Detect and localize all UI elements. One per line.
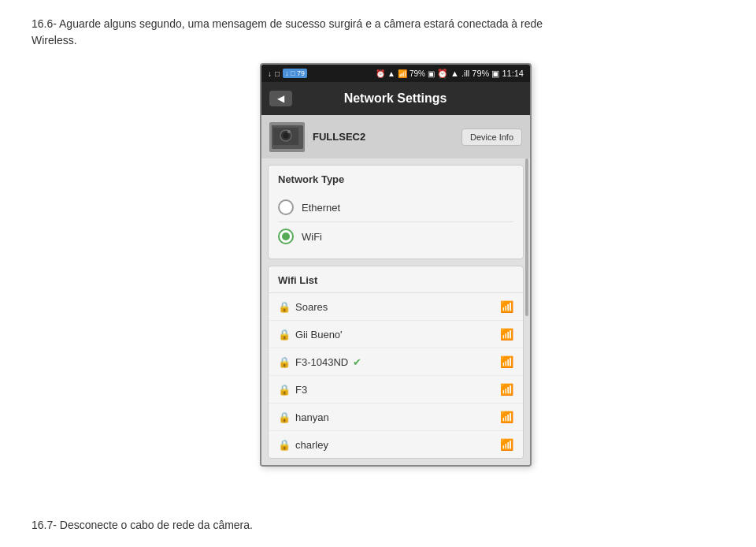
alarm-icon: ⏰: [376, 69, 385, 78]
status-bar-right: ⏰ ▲ 📶 79% ▣ ⏰ ▲ .ill 79% ▣ 11:14: [376, 69, 524, 79]
title-bar: ◀ Network Settings: [261, 82, 530, 115]
lock-icon-f3: 🔒: [278, 384, 289, 396]
wifi-name-f3-1043nd: F3-1043ND ✔: [295, 356, 494, 368]
wifi-name-soares: Soares: [295, 301, 494, 313]
signal-icon: ▲: [387, 69, 395, 78]
page-wrapper: 16.6- Aguarde alguns segundo, uma mensag…: [0, 0, 756, 547]
wifi-item-soares[interactable]: 🔒 Soares 📶: [269, 293, 523, 321]
lock-icon-soares: 🔒: [278, 301, 289, 313]
wifi-list-card: Wifi List 🔒 Soares 📶 🔒 Gii Bueno' 📶 🔒 F3…: [268, 266, 524, 459]
scrollbar[interactable]: [525, 158, 528, 316]
battery-text: 79%: [410, 69, 425, 78]
device-info-button[interactable]: Device Info: [461, 128, 522, 146]
lock-icon-charley: 🔒: [278, 439, 289, 451]
wifi-signal-soares: 📶: [500, 300, 513, 313]
wifi-label: WiFi: [302, 231, 322, 243]
wifi-icon: 📶: [398, 69, 407, 78]
wifi-signal-charley: 📶: [500, 438, 513, 451]
wifi-radio[interactable]: [278, 229, 294, 244]
wifi-name-charley: charley: [295, 439, 494, 451]
lock-icon-f3-1043nd: 🔒: [278, 356, 289, 368]
wifi-name-hanyan: hanyan: [295, 411, 494, 423]
back-button[interactable]: ◀: [269, 91, 292, 106]
wifi-signal-f3-1043nd: 📶: [500, 355, 513, 368]
network-type-title: Network Type: [278, 173, 513, 185]
wifi-item-charley[interactable]: 🔒 charley 📶: [269, 431, 523, 458]
battery-icon: ▣: [428, 69, 435, 78]
wifi-item-hanyan[interactable]: 🔒 hanyan 📶: [269, 404, 523, 431]
wifi-item-f3[interactable]: 🔒 F3 📶: [269, 376, 523, 404]
ethernet-radio[interactable]: [278, 199, 294, 215]
notification-count: ↓ □ 79: [283, 69, 307, 78]
camera-image: [272, 125, 300, 147]
wifi-name-f3: F3: [295, 384, 494, 396]
network-type-card: Network Type Ethernet WiFi: [268, 165, 524, 259]
usb-icon: ↓: [268, 69, 272, 78]
wifi-list-title: Wifi List: [269, 266, 523, 293]
top-text: 16.6- Aguarde alguns segundo, uma mensag…: [32, 17, 543, 47]
f3-1043nd-text: F3-1043ND: [295, 356, 348, 368]
svg-point-4: [287, 130, 291, 133]
wifi-signal-gii-bueno: 📶: [500, 328, 513, 340]
status-bar: ↓ □ ↓ □ 79 ⏰ ▲ 📶 79% ▣ ⏰ ▲ .ill 79% ▣ 11…: [261, 65, 530, 82]
lock-icon-gii-bueno: 🔒: [278, 329, 289, 340]
device-image: [272, 125, 303, 149]
device-info-section: FULLSEC2 Device Info: [261, 115, 530, 158]
wifi-item-gii-bueno[interactable]: 🔒 Gii Bueno' 📶: [269, 321, 523, 348]
phone-mockup: ↓ □ ↓ □ 79 ⏰ ▲ 📶 79% ▣ ⏰ ▲ .ill 79% ▣ 11…: [260, 63, 532, 467]
screen-title: Network Settings: [300, 91, 491, 106]
wifi-item-f3-1043nd[interactable]: 🔒 F3-1043ND ✔ 📶: [269, 348, 523, 376]
svg-point-3: [283, 132, 288, 138]
wifi-name-gii-bueno: Gii Bueno': [295, 329, 494, 340]
device-thumbnail: [269, 122, 305, 152]
status-bar-left: ↓ □ ↓ □ 79: [268, 69, 307, 78]
screenshot-icon: □: [275, 69, 280, 78]
device-name: FULLSEC2: [313, 131, 454, 143]
wifi-option[interactable]: WiFi: [278, 222, 513, 251]
bottom-text: 16.7- Desconecte o cabo de rede da câmer…: [32, 519, 253, 531]
ethernet-label: Ethernet: [302, 202, 340, 214]
wifi-signal-hanyan: 📶: [500, 411, 513, 423]
time: ⏰ ▲ .ill 79% ▣ 11:14: [437, 69, 524, 79]
bottom-paragraph: 16.7- Desconecte o cabo de rede da câmer…: [32, 519, 253, 531]
wifi-signal-f3: 📶: [500, 383, 513, 396]
connected-checkmark: ✔: [353, 356, 361, 368]
main-content: Network Type Ethernet WiFi Wifi List 🔒 S…: [261, 158, 530, 465]
top-paragraph: 16.6- Aguarde alguns segundo, uma mensag…: [32, 16, 583, 49]
ethernet-option[interactable]: Ethernet: [278, 193, 513, 222]
lock-icon-hanyan: 🔒: [278, 411, 289, 423]
